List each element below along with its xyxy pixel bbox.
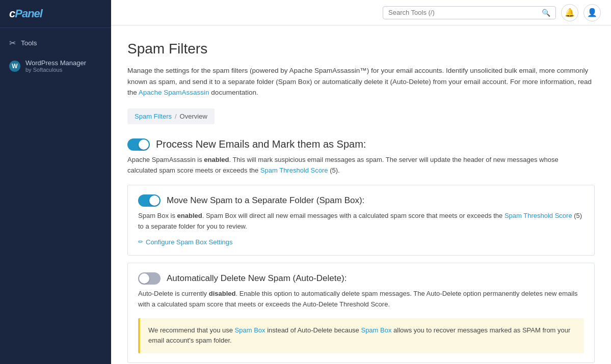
main-area: 🔍 🔔 👤 Spam Filters Manage the settings f… (111, 0, 611, 364)
breadcrumb-link[interactable]: Spam Filters (135, 113, 172, 120)
autodelete-desc-bold: disabled (209, 290, 236, 297)
process-emails-desc: Apache SpamAssassin is enabled. This wil… (127, 155, 586, 176)
warning-box: We recommend that you use Spam Box inste… (138, 318, 584, 354)
warning-spambox-link-1[interactable]: Spam Box (235, 326, 265, 334)
search-box[interactable]: 🔍 (383, 6, 556, 19)
sidebar: cPanel ✂ Tools W WordPress Manager by So… (0, 0, 111, 364)
notifications-button[interactable]: 🔔 (561, 4, 578, 21)
sidebar-item-wordpress[interactable]: W WordPress Manager by Softaculous (0, 54, 111, 78)
apache-spamassassin-link[interactable]: Apache SpamAssassin (139, 89, 209, 96)
softaculous-label: by Softaculous (25, 67, 86, 73)
warning-spambox-link-2[interactable]: Spam Box (361, 326, 391, 334)
spambox-section: Move New Spam to a Separate Folder (Spam… (127, 185, 595, 256)
process-emails-toggle-thumb (139, 139, 149, 150)
spam-threshold-link-2[interactable]: Spam Threshold Score (504, 212, 572, 219)
autodelete-desc-prefix: Auto-Delete is currently (138, 290, 209, 297)
search-input[interactable] (388, 9, 539, 16)
process-emails-title: Process New Emails and Mark them as Spam… (156, 138, 366, 150)
breadcrumb-separator: / (175, 113, 177, 120)
sidebar-item-tools[interactable]: ✂ Tools (0, 33, 111, 53)
spambox-desc: Spam Box is enabled. Spam Box will direc… (138, 211, 584, 232)
spambox-desc-bold: enabled (177, 212, 202, 219)
autodelete-toggle[interactable] (138, 272, 161, 285)
spambox-toggle[interactable] (138, 194, 161, 207)
process-emails-toggle[interactable] (127, 138, 150, 151)
user-icon: 👤 (587, 8, 597, 17)
cpanel-logo: cPanel (9, 7, 102, 20)
process-emails-desc-bold: enabled (204, 156, 229, 163)
page-title: Spam Filters (127, 41, 595, 57)
sidebar-menu: ✂ Tools W WordPress Manager by Softaculo… (0, 28, 111, 83)
autodelete-section: Automatically Delete New Spam (Auto-Dele… (127, 263, 595, 363)
autodelete-title: Automatically Delete New Spam (Auto-Dele… (167, 273, 347, 284)
autodelete-desc: Auto-Delete is currently disabled. Enabl… (138, 289, 584, 310)
spambox-desc-suffix: . Spam Box will direct all new email mes… (202, 212, 504, 219)
breadcrumb: Spam Filters / Overview (127, 108, 215, 124)
header: 🔍 🔔 👤 (111, 0, 611, 25)
pencil-icon: ✏ (138, 238, 143, 245)
sidebar-item-tools-label: Tools (21, 39, 37, 47)
autodelete-heading: Automatically Delete New Spam (Auto-Dele… (138, 272, 584, 285)
bell-icon: 🔔 (565, 8, 575, 17)
warning-prefix: We recommend that you use (148, 326, 235, 334)
wordpress-manager-label: WordPress Manager (25, 59, 86, 67)
spambox-toggle-thumb (149, 195, 160, 206)
breadcrumb-current: Overview (180, 113, 207, 120)
spambox-title: Move New Spam to a Separate Folder (Spam… (167, 195, 364, 206)
tools-icon: ✂ (9, 38, 16, 48)
content-area: Spam Filters Manage the settings for the… (111, 25, 611, 364)
warning-mid: instead of Auto-Delete because (265, 326, 361, 334)
sidebar-logo: cPanel (0, 0, 111, 28)
spam-threshold-link-1[interactable]: Spam Threshold Score (260, 166, 328, 174)
page-description: Manage the settings for the spam filters… (127, 65, 595, 98)
process-emails-desc-prefix: Apache SpamAssassin is (127, 156, 204, 163)
spambox-desc-prefix: Spam Box is (138, 212, 177, 219)
wordpress-icon: W (9, 61, 20, 72)
configure-spambox-label: Configure Spam Box Settings (146, 238, 233, 246)
autodelete-toggle-track[interactable] (138, 272, 161, 285)
autodelete-toggle-thumb (139, 273, 149, 284)
process-emails-desc-end: (5). (328, 166, 340, 174)
spambox-toggle-track[interactable] (138, 194, 161, 207)
spambox-heading: Move New Spam to a Separate Folder (Spam… (138, 194, 584, 207)
process-emails-toggle-track[interactable] (127, 138, 150, 151)
desc-text-2: documentation. (209, 89, 258, 96)
configure-spambox-link[interactable]: ✏ Configure Spam Box Settings (138, 238, 233, 246)
process-emails-section: Process New Emails and Mark them as Spam… (127, 138, 595, 176)
search-icon-button[interactable]: 🔍 (542, 9, 550, 17)
user-profile-button[interactable]: 👤 (583, 4, 601, 21)
process-emails-heading: Process New Emails and Mark them as Spam… (127, 138, 595, 151)
wordpress-label-group: WordPress Manager by Softaculous (25, 59, 86, 73)
